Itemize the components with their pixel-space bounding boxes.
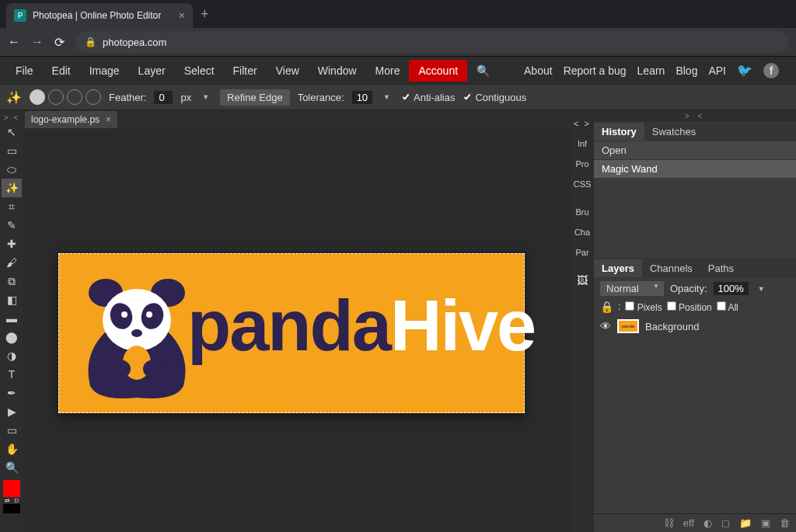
history-item-magic-wand[interactable]: Magic Wand xyxy=(594,160,796,179)
selection-mode-new[interactable] xyxy=(30,89,45,105)
menu-image[interactable]: Image xyxy=(80,60,129,82)
background-color[interactable] xyxy=(3,504,20,513)
tool-column-handle[interactable]: > < xyxy=(0,112,23,123)
mini-panel-brush[interactable]: Bru xyxy=(571,202,593,222)
browser-tab[interactable]: P Photopea | Online Photo Editor × xyxy=(6,3,193,28)
clone-tool[interactable]: ⧉ xyxy=(2,272,22,290)
adjustment-layer-icon[interactable]: ◐ xyxy=(703,517,712,529)
dodge-tool[interactable]: ◑ xyxy=(2,346,22,365)
eyedropper-tool[interactable]: ✎ xyxy=(2,216,22,235)
brush-tool[interactable]: 🖌 xyxy=(2,253,22,272)
menu-search-icon[interactable]: 🔍 xyxy=(467,60,499,82)
marquee-tool[interactable]: ▭ xyxy=(2,141,22,160)
file-tab-row: logo-example.ps × xyxy=(23,110,571,129)
layer-effects-icon[interactable]: eff xyxy=(683,517,694,529)
close-tab-icon[interactable]: × xyxy=(179,9,185,22)
contiguous-checkbox[interactable] xyxy=(463,92,472,102)
foreground-color[interactable] xyxy=(3,480,20,497)
opacity-value[interactable]: 100% xyxy=(714,282,749,295)
gradient-tool[interactable]: ▬ xyxy=(2,309,22,328)
menu-window[interactable]: Window xyxy=(309,60,366,82)
selection-mode-add[interactable] xyxy=(48,89,64,105)
menu-edit[interactable]: Edit xyxy=(43,60,80,82)
crop-tool[interactable]: ⌗ xyxy=(2,197,22,216)
antialias-toggle[interactable]: Anti-alias xyxy=(401,92,455,103)
mini-panel-paragraph[interactable]: Par xyxy=(571,242,593,263)
zoom-tool[interactable]: 🔍 xyxy=(2,458,22,477)
tab-paths[interactable]: Paths xyxy=(700,259,742,277)
path-select-tool[interactable]: ▶ xyxy=(2,402,22,421)
tolerance-value[interactable]: 10 xyxy=(352,91,372,104)
forward-button[interactable]: → xyxy=(31,35,44,49)
history-item-open[interactable]: Open xyxy=(594,141,796,160)
heal-tool[interactable]: ✚ xyxy=(2,235,22,253)
lasso-tool[interactable]: ⬭ xyxy=(2,160,22,179)
layer-thumbnail[interactable]: panda xyxy=(617,319,639,333)
file-tab-close-icon[interactable]: × xyxy=(106,114,111,125)
wand-tool-icon: ✨ xyxy=(6,90,22,105)
new-layer-icon[interactable]: ▣ xyxy=(761,517,770,529)
menu-blog[interactable]: Blog xyxy=(676,64,697,77)
menu-filter[interactable]: Filter xyxy=(224,60,267,82)
move-tool[interactable]: ↖ xyxy=(2,123,22,141)
tab-layers[interactable]: Layers xyxy=(594,259,642,277)
shape-tool[interactable]: ▭ xyxy=(2,421,22,440)
twitter-icon[interactable]: 🐦 xyxy=(737,63,752,78)
selection-mode-intersect[interactable] xyxy=(86,89,101,105)
menu-layer[interactable]: Layer xyxy=(129,60,175,82)
menu-api[interactable]: API xyxy=(708,64,726,77)
canvas[interactable]: pandaHive xyxy=(23,129,571,532)
reload-button[interactable]: ⟳ xyxy=(54,35,65,50)
pen-tool[interactable]: ✒ xyxy=(2,384,22,402)
contiguous-toggle[interactable]: Contiguous xyxy=(463,92,526,103)
delete-layer-icon[interactable]: 🗑 xyxy=(780,517,790,529)
facebook-icon[interactable]: f xyxy=(763,63,779,78)
tab-history[interactable]: History xyxy=(594,123,644,141)
menu-file[interactable]: File xyxy=(6,60,43,82)
address-field[interactable]: 🔒 photopea.com xyxy=(75,31,788,53)
color-swap[interactable]: ⇄D xyxy=(3,497,20,504)
mini-panel-image-icon[interactable]: 🖼 xyxy=(571,270,593,290)
antialias-checkbox[interactable] xyxy=(401,92,410,102)
new-folder-icon[interactable]: 📁 xyxy=(739,517,752,529)
mini-panel-character[interactable]: Cha xyxy=(571,222,593,242)
refine-edge-button[interactable]: Refine Edge xyxy=(220,89,290,106)
menu-select[interactable]: Select xyxy=(175,60,224,82)
hand-tool[interactable]: ✋ xyxy=(2,440,22,458)
lock-all[interactable]: All xyxy=(717,301,738,313)
mini-panel-properties[interactable]: Pro xyxy=(571,154,593,174)
new-tab-button[interactable]: + xyxy=(201,6,209,23)
feather-dropdown[interactable]: ▼ xyxy=(199,93,212,101)
mini-panel-css[interactable]: CSS xyxy=(571,174,593,194)
panel-handle[interactable]: > < xyxy=(594,110,796,121)
menu-about[interactable]: About xyxy=(524,64,553,77)
menu-account[interactable]: Account xyxy=(409,60,467,82)
back-button[interactable]: ← xyxy=(8,35,20,49)
menu-view[interactable]: View xyxy=(267,60,309,82)
tab-swatches[interactable]: Swatches xyxy=(644,123,703,141)
file-tab[interactable]: logo-example.ps × xyxy=(25,111,117,128)
blur-tool[interactable]: ⬤ xyxy=(2,328,22,346)
menu-learn[interactable]: Learn xyxy=(637,64,665,77)
mini-panel-handle[interactable]: < > xyxy=(571,113,594,134)
feather-value[interactable]: 0 xyxy=(154,91,173,104)
layer-row[interactable]: 👁 panda Background xyxy=(594,315,796,338)
lock-pixels[interactable]: Pixels xyxy=(625,301,662,313)
right-panels: > < History Swatches Open Magic Wand Lay… xyxy=(594,110,796,532)
menu-more[interactable]: More xyxy=(366,60,410,82)
opacity-dropdown[interactable]: ▼ xyxy=(755,285,768,293)
menu-report-bug[interactable]: Report a bug xyxy=(564,64,627,77)
layer-mask-icon[interactable]: ◻ xyxy=(721,517,730,529)
mini-panel-info[interactable]: Inf xyxy=(571,134,593,154)
selection-mode-subtract[interactable] xyxy=(67,89,82,105)
lock-position[interactable]: Position xyxy=(667,301,712,313)
svg-point-5 xyxy=(131,329,142,337)
eraser-tool[interactable]: ◧ xyxy=(2,290,22,309)
tab-channels[interactable]: Channels xyxy=(642,259,700,277)
tolerance-dropdown[interactable]: ▼ xyxy=(380,93,393,101)
layer-visibility-icon[interactable]: 👁 xyxy=(600,320,611,332)
magic-wand-tool[interactable]: ✨ xyxy=(2,179,22,197)
blend-mode-select[interactable]: Normal xyxy=(600,281,664,296)
type-tool[interactable]: T xyxy=(2,365,22,384)
link-layers-icon[interactable]: ⛓ xyxy=(664,517,674,529)
